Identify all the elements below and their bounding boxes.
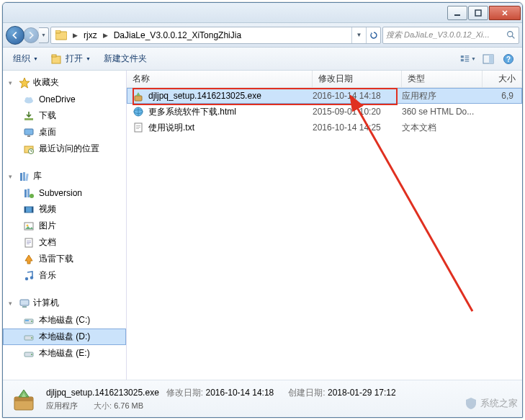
svg-rect-39 — [27, 243, 30, 244]
breadcrumb-dropdown[interactable]: ▼ — [351, 27, 366, 43]
file-date: 2015-09-01 10:20 — [313, 107, 402, 117]
svg-rect-57 — [136, 128, 139, 129]
chevron-down-icon: ▾ — [9, 300, 16, 307]
open-icon — [51, 53, 63, 65]
forward-button[interactable] — [23, 27, 39, 43]
toolbar: 组织 ▼ 打开 ▼ 新建文件夹 ▼ ? — [3, 48, 522, 71]
sidebar-item[interactable]: 迅雷下载 — [3, 251, 126, 267]
column-name[interactable]: 名称 — [127, 71, 313, 87]
chevron-down-icon: ▼ — [33, 56, 38, 61]
file-html-icon — [133, 106, 144, 117]
file-txt-icon — [133, 122, 144, 133]
svg-rect-3 — [55, 30, 60, 33]
sidebar-item[interactable]: 图片 — [3, 218, 126, 234]
shield-icon — [465, 397, 477, 410]
details-created-label: 创建日期: — [288, 388, 325, 398]
svg-rect-56 — [136, 127, 140, 128]
file-row[interactable]: djljpq_setup.1416213025.exe2016-10-14 14… — [127, 88, 522, 104]
chevron-down-icon: ▾ — [9, 79, 16, 86]
svg-rect-28 — [24, 189, 27, 197]
file-name: 使用说明.txt — [148, 122, 194, 134]
sidebar-item-label: 视频 — [39, 203, 56, 215]
file-type: 应用程序 — [402, 90, 483, 102]
svg-rect-10 — [465, 57, 470, 58]
column-size[interactable]: 大小 — [483, 71, 522, 87]
column-date[interactable]: 修改日期 — [313, 71, 402, 87]
file-row[interactable]: 使用说明.txt2016-10-14 14:25文本文档 — [127, 120, 522, 135]
sidebar-item[interactable]: 下载 — [3, 107, 126, 124]
sidebar-item[interactable]: 最近访问的位置 — [3, 140, 126, 157]
file-list-panel: 名称 修改日期 类型 大小 djljpq_setup.1416213025.ex… — [127, 71, 522, 380]
maximize-button[interactable] — [468, 6, 488, 20]
search-placeholder: 搜索 DaJiaLe_V3.0.0.12_Xi... — [386, 30, 490, 40]
file-date: 2016-10-14 14:25 — [313, 122, 402, 133]
file-list[interactable]: djljpq_setup.1416213025.exe2016-10-14 14… — [127, 88, 522, 380]
breadcrumb[interactable]: ▶ rjxz ▶ DaJiaLe_V3.0.0.12_XiTongZhiJia … — [50, 27, 381, 44]
close-button[interactable] — [489, 6, 521, 20]
open-button[interactable]: 打开 ▼ — [47, 50, 95, 67]
sidebar-item[interactable]: 文档 — [3, 234, 126, 251]
refresh-button[interactable] — [366, 27, 380, 43]
music-icon — [23, 270, 35, 282]
svg-rect-60 — [14, 397, 33, 401]
sidebar-item[interactable]: OneDrive — [3, 91, 126, 107]
pic-icon — [23, 220, 35, 232]
sidebar-item[interactable]: 视频 — [3, 201, 126, 218]
svg-point-19 — [29, 97, 32, 101]
svg-rect-42 — [20, 300, 29, 305]
sidebar-group-libraries[interactable]: ▾ 库 — [3, 167, 126, 185]
sidebar-item[interactable]: 本地磁盘 (E:) — [3, 345, 126, 362]
sidebar-item-label: 本地磁盘 (C:) — [39, 314, 90, 326]
file-exe-icon — [133, 90, 144, 102]
sidebar[interactable]: ▾ 收藏夹 OneDrive下载桌面最近访问的位置 ▾ 库 Subversion… — [3, 71, 127, 380]
sidebar-item-label: 最近访问的位置 — [39, 143, 99, 155]
sidebar-label: 收藏夹 — [33, 76, 59, 89]
minimize-button[interactable] — [447, 6, 467, 20]
details-size-label: 大小: — [94, 401, 112, 410]
disk-c-icon — [23, 315, 35, 326]
svg-rect-25 — [20, 173, 22, 181]
file-row[interactable]: 更多系统软件下载.html2015-09-01 10:20360 se HTML… — [127, 104, 522, 120]
nav-history-dropdown[interactable]: ▼ — [39, 27, 49, 43]
svg-rect-14 — [489, 55, 493, 63]
column-type[interactable]: 类型 — [402, 71, 483, 87]
video-icon — [23, 204, 35, 215]
back-button[interactable] — [6, 26, 24, 45]
details-size: 6.76 MB — [114, 401, 143, 410]
sidebar-item[interactable]: 本地磁盘 (D:) — [3, 329, 126, 345]
sidebar-group-favorites[interactable]: ▾ 收藏夹 — [3, 73, 126, 91]
file-name: djljpq_setup.1416213025.exe — [148, 91, 261, 101]
desktop-icon — [23, 127, 35, 138]
file-size: 6,9 — [483, 91, 522, 101]
svg-rect-55 — [136, 125, 140, 126]
help-button[interactable]: ? — [501, 51, 516, 67]
sidebar-item-label: 桌面 — [39, 126, 56, 138]
xl-icon — [23, 254, 35, 265]
preview-pane-button[interactable] — [480, 51, 496, 67]
recent-icon — [23, 143, 35, 155]
sidebar-item[interactable]: 音乐 — [3, 267, 126, 284]
svg-rect-0 — [454, 14, 460, 16]
view-options-button[interactable]: ▼ — [460, 51, 476, 67]
breadcrumb-root[interactable] — [51, 27, 71, 43]
breadcrumb-seg-1[interactable]: DaJiaLe_V3.0.0.12_XiTongZhiJia — [109, 27, 246, 43]
details-filename: djljpq_setup.1416213025.exe — [46, 388, 159, 398]
svg-rect-8 — [461, 59, 464, 61]
watermark: 系统之家 — [465, 397, 518, 410]
sidebar-item[interactable]: Subversion — [3, 185, 126, 201]
breadcrumb-seg-0[interactable]: rjxz — [79, 27, 102, 43]
svg-rect-21 — [24, 129, 33, 135]
details-created: 2018-01-29 17:12 — [328, 388, 396, 398]
svg-point-30 — [30, 194, 34, 198]
search-input[interactable]: 搜索 DaJiaLe_V3.0.0.12_Xi... — [382, 27, 519, 44]
new-folder-button[interactable]: 新建文件夹 — [99, 50, 151, 67]
star-icon — [19, 77, 30, 89]
sidebar-item-label: 下载 — [39, 110, 56, 122]
sidebar-item-label: 音乐 — [39, 269, 56, 282]
sidebar-item[interactable]: 本地磁盘 (C:) — [3, 312, 126, 329]
svg-rect-33 — [32, 207, 33, 213]
organize-menu[interactable]: 组织 ▼ — [9, 50, 42, 67]
sidebar-item[interactable]: 桌面 — [3, 124, 126, 140]
svg-text:?: ? — [506, 55, 511, 63]
sidebar-group-computer[interactable]: ▾ 计算机 — [3, 294, 126, 312]
